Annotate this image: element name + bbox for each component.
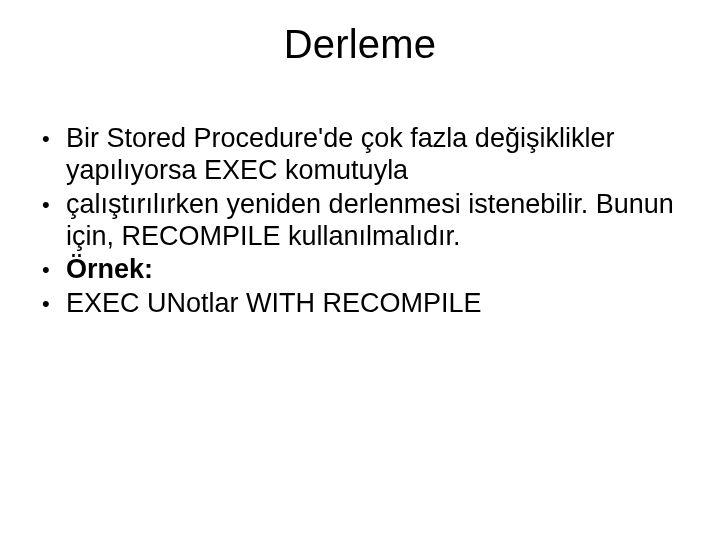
list-item: çalıştırılırken yeniden derlenmesi isten… xyxy=(36,189,684,253)
slide-content: Bir Stored Procedure'de çok fazla değişi… xyxy=(36,123,684,320)
bullet-text: Örnek: xyxy=(66,254,153,284)
list-item: EXEC UNotlar WITH RECOMPILE xyxy=(36,288,684,320)
bullet-list: Bir Stored Procedure'de çok fazla değişi… xyxy=(36,123,684,320)
list-item: Bir Stored Procedure'de çok fazla değişi… xyxy=(36,123,684,187)
bullet-text: EXEC UNotlar WITH RECOMPILE xyxy=(66,288,482,318)
bullet-text: Bir Stored Procedure'de çok fazla değişi… xyxy=(66,123,614,185)
list-item: Örnek: xyxy=(36,254,684,286)
bullet-text: çalıştırılırken yeniden derlenmesi isten… xyxy=(66,189,674,251)
slide: Derleme Bir Stored Procedure'de çok fazl… xyxy=(0,0,720,540)
slide-title: Derleme xyxy=(36,22,684,67)
